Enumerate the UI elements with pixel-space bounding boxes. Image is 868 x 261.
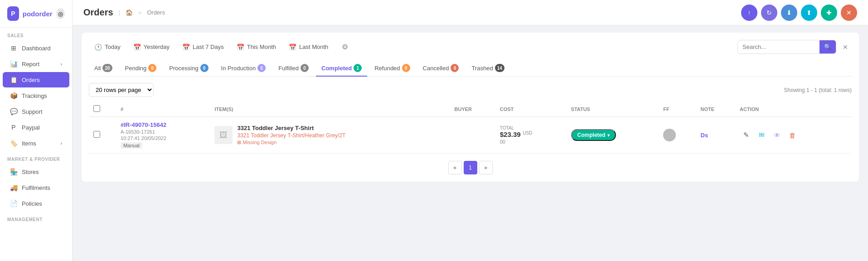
sidebar-label-paypal: Paypal	[22, 124, 40, 131]
order-tag: Manual	[121, 142, 142, 149]
sidebar-item-support[interactable]: 💬Support	[3, 104, 69, 119]
paypal-icon: P	[10, 124, 17, 131]
tab-label-pending: Pending	[125, 65, 147, 72]
header-divider: |	[119, 9, 120, 16]
buyer-cell	[450, 117, 495, 154]
fulfilments-icon: 🚚	[10, 184, 17, 191]
edit-button[interactable]: ✎	[740, 129, 752, 141]
filter-lastmonth[interactable]: 📅 Last Month	[283, 41, 334, 53]
avatar-button[interactable]: ◎	[56, 8, 65, 19]
gear-icon: ⚙	[342, 43, 348, 51]
note-text: Ds	[701, 132, 708, 139]
sync-button[interactable]: ↑	[741, 5, 757, 21]
tab-fulfilled[interactable]: Fulfilled0	[273, 60, 314, 77]
sidebar-item-orders[interactable]: 📋Orders	[3, 72, 69, 87]
calendar-icon-yesterday: 📅	[133, 44, 141, 51]
sidebar-label-dashboard: Dashboard	[22, 45, 51, 52]
col-header-cost: COST	[495, 102, 567, 117]
header-actions: ↑ ↻ ⬇ ⬆ ✚ ✕	[741, 5, 857, 21]
pagination-prev[interactable]: «	[448, 161, 462, 174]
tab-all[interactable]: All20	[89, 60, 118, 77]
sidebar-item-trackings[interactable]: 📦Trackings	[3, 88, 69, 103]
page-title: Orders	[83, 7, 113, 18]
view-button[interactable]: 👁	[771, 129, 783, 141]
status-badge[interactable]: Completed ▾	[571, 129, 616, 141]
filter-thismonth[interactable]: 📅 This Month	[231, 41, 281, 53]
col-header-: #	[116, 102, 210, 117]
sidebar-item-items[interactable]: 🏷️Items›	[3, 135, 69, 151]
search-input[interactable]	[738, 41, 820, 53]
table-header: #ITEM(S)BUYERCOSTSTATUSFFNOTEACTION	[89, 102, 852, 117]
delete-button[interactable]: 🗑	[786, 129, 799, 141]
sidebar-sections: SALES⊞Dashboard📊Report›📋Orders📦Trackings…	[0, 28, 72, 224]
breadcrumb: Orders	[147, 9, 165, 16]
table-body: #IR-49070-15642 A-16530-17261 10:27:41 2…	[89, 117, 852, 154]
table-row: #IR-49070-15642 A-16530-17261 10:27:41 2…	[89, 117, 852, 154]
col-header-status: STATUS	[567, 102, 659, 117]
row-checkbox[interactable]	[93, 131, 100, 138]
sidebar-item-fulfilments[interactable]: 🚚Fulfilments	[3, 180, 69, 195]
tab-badge-refunded: 0	[402, 64, 410, 72]
filter-today[interactable]: 🕐 Today	[89, 41, 126, 53]
close-button[interactable]: ✕	[841, 5, 857, 21]
tab-trashed[interactable]: Trashed14	[466, 60, 509, 77]
tab-label-refunded: Refunded	[374, 65, 400, 72]
sidebar-label-trackings: Trackings	[22, 92, 47, 99]
item-variant: 3321 Toddler Jersey T-Shirt/Heather Grey…	[237, 132, 345, 139]
filter-last7days[interactable]: 📅 Last 7 Days	[177, 41, 229, 53]
filter-bar: 🕐 Today 📅 Yesterday 📅 Last 7 Days 📅 This…	[89, 40, 852, 54]
app-logo-text: podorder	[23, 10, 53, 18]
tab-label-processing: Processing	[169, 65, 198, 72]
item-cell: 🖼 3321 Toddler Jersey T-Shirt 3321 Toddl…	[210, 117, 450, 154]
col-header-note: NOTE	[696, 102, 736, 117]
calendar-icon-thismonth: 📅	[237, 44, 244, 51]
cost-label: TOTAL	[500, 126, 562, 130]
status-label: Completed	[577, 132, 606, 138]
select-all-checkbox[interactable]	[93, 105, 100, 112]
order-date: 10:27:41 20/05/2022	[121, 135, 206, 141]
tab-in-production[interactable]: In Production5	[216, 60, 272, 77]
search-clear-button[interactable]: ✕	[839, 41, 852, 53]
main-content: 🕐 Today 📅 Yesterday 📅 Last 7 Days 📅 This…	[73, 25, 868, 261]
filter-settings-button[interactable]: ⚙	[339, 40, 351, 54]
refresh-button[interactable]: ↻	[761, 5, 777, 21]
calendar-icon-lastmonth: 📅	[289, 44, 296, 51]
download-button[interactable]: ⬇	[781, 5, 797, 21]
item-name: 3321 Toddler Jersey T-Shirt	[237, 125, 345, 131]
ff-avatar	[663, 129, 676, 141]
pagination-next[interactable]: »	[479, 161, 493, 174]
sidebar-label-policies: Policies	[22, 200, 42, 207]
col-header-ff: FF	[659, 102, 696, 117]
action-cell: ✎ ✉ 👁 🗑	[735, 117, 852, 154]
tab-badge-trashed: 14	[495, 64, 504, 72]
rows-per-page-select[interactable]: 20 rows per page	[89, 83, 154, 97]
col-header-items: ITEM(S)	[210, 102, 450, 117]
status-tabs: All20Pending0Processing0In Production5Fu…	[89, 60, 852, 77]
chevron-right-icon: ›	[61, 62, 62, 67]
sidebar-item-dashboard[interactable]: ⊞Dashboard	[3, 40, 69, 56]
pagination-page-1[interactable]: 1	[464, 161, 477, 174]
tab-label-in-production: In Production	[221, 65, 256, 72]
sidebar-item-report[interactable]: 📊Report›	[3, 56, 69, 72]
tab-cancelled[interactable]: Cancelled0	[417, 60, 465, 77]
sidebar-item-policies[interactable]: 📄Policies	[3, 196, 69, 211]
upload-button[interactable]: ⬆	[801, 5, 817, 21]
tab-completed[interactable]: Completed1	[316, 60, 367, 77]
sidebar-item-paypal[interactable]: PPaypal	[3, 120, 69, 135]
search-button[interactable]: 🔍	[820, 40, 836, 53]
add-button[interactable]: ✚	[821, 5, 837, 21]
support-icon: 💬	[10, 108, 17, 115]
tab-label-all: All	[94, 65, 101, 72]
ff-cell	[659, 117, 696, 154]
cost-currency: USD	[523, 130, 532, 135]
showing-text: Showing 1 - 1 (total: 1 rows)	[784, 87, 852, 93]
filter-yesterday[interactable]: 📅 Yesterday	[128, 41, 175, 53]
tab-pending[interactable]: Pending0	[120, 60, 162, 77]
sidebar-item-stores[interactable]: 🏪Stores	[3, 164, 69, 179]
tab-processing[interactable]: Processing0	[164, 60, 213, 77]
tab-refunded[interactable]: Refunded0	[369, 60, 415, 77]
cost-extra: 00	[500, 139, 562, 145]
email-button[interactable]: ✉	[755, 129, 768, 141]
col-header-buyer: BUYER	[450, 102, 495, 117]
order-id-link[interactable]: #IR-49070-15642	[121, 121, 166, 128]
